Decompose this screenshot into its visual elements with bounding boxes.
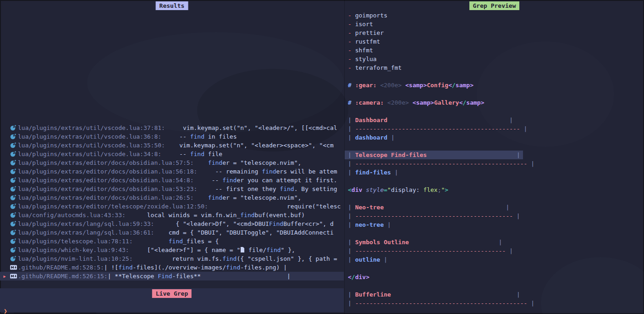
preview-line: | Dashboard | [345, 116, 516, 124]
text-segment: | [348, 213, 355, 219]
text-segment: :gear: [355, 82, 380, 89]
text-segment: lua/plugins/extras/util/vscode.lua:35:50… [18, 142, 165, 149]
lua-filetype-icon [10, 185, 18, 193]
text-segment: # [348, 99, 355, 106]
result-row[interactable]: lua/plugins/extras/editor/telescope/zoxi… [0, 202, 344, 211]
text-segment: - [348, 29, 355, 36]
preview-line [345, 142, 351, 151]
text-segment: -- [161, 133, 190, 140]
text-segment: .github/README.md:528:5: [18, 264, 104, 271]
text-segment: ----------------------------------------… [355, 125, 520, 132]
text-segment [387, 117, 509, 123]
preview-line: | Neo-tree | [345, 203, 512, 212]
markdown-filetype-icon [10, 263, 18, 272]
result-row[interactable]: lua/plugins/extras/editor/docs/obsidian.… [0, 193, 344, 202]
result-row[interactable]: lua/plugins/extras/editor/docs/obsidian.… [0, 167, 344, 176]
result-row[interactable]: lua/plugins/which-key.lua:9:43: ["<leade… [0, 246, 344, 254]
text-segment: Symbols Outline [355, 239, 409, 246]
text-segment: | [520, 125, 528, 132]
text-segment: prettier [355, 29, 384, 36]
text-segment: -files.png) | [240, 264, 287, 271]
text-segment: | [348, 204, 355, 211]
text-segment: samp> [456, 82, 473, 89]
text-segment: lua/plugins/extras/editor/docs/obsidian.… [18, 194, 194, 201]
text-segment: | [506, 247, 513, 254]
text-segment: lua/plugins/which-key.lua:9:43: [18, 247, 129, 253]
preview-line: | --------------------------------------… [345, 247, 516, 255]
text-segment: file/ [245, 247, 266, 253]
preview-line [345, 107, 351, 116]
text-segment: < [348, 274, 352, 280]
result-row-selected[interactable]: ▸.github/README.md:526:15:| **Telescope … [0, 272, 344, 280]
result-row[interactable]: lua/plugins/extras/util/vscode.lua:36:8:… [0, 132, 344, 141]
result-row[interactable]: lua/config/autocmds.lua:43:33: local win… [0, 211, 344, 219]
text-segment: { "<leader>Df", "<cmd>DBUI [154, 220, 269, 227]
text-segment: | [506, 204, 509, 211]
selection-caret-icon: ▸ [3, 272, 10, 280]
text-segment: Buffer<cr>", d [283, 220, 334, 227]
text-segment: = [384, 186, 387, 193]
text-segment: find [262, 168, 276, 175]
preview-line: | Bufferline | [345, 290, 523, 299]
lua-filetype-icon [10, 150, 18, 158]
text-segment: < [348, 186, 352, 193]
text-segment: | [348, 134, 355, 141]
text-segment: - [348, 38, 355, 45]
text-segment: -files** [172, 273, 201, 280]
result-row[interactable]: lua/plugins/extras/util/vscode.lua:37:81… [0, 123, 344, 132]
text-segment: samp> [466, 99, 484, 106]
preview-line: | Symbols Outline | [345, 238, 505, 247]
text-segment: neo-tree [355, 221, 384, 228]
text-segment: | [201, 273, 291, 280]
result-row[interactable]: lua/plugins/nvim-lint.lua:10:25: return … [0, 254, 344, 263]
preview-line: # :gear: <200e> <samp>Config</samp> [345, 81, 476, 90]
result-row[interactable]: lua/plugins/extras/lang/sql.lua:59:33: {… [0, 219, 344, 228]
text-segment: :camera: [355, 99, 387, 106]
text-segment: find [190, 133, 204, 140]
preview-line: - isort [345, 20, 376, 28]
text-segment: lua/config/autocmds.lua:43:33: [18, 212, 126, 219]
result-row[interactable]: lua/plugins/extras/util/vscode.lua:35:50… [0, 141, 344, 150]
result-row[interactable]: .github/README.md:528:5:| ![find-files](… [0, 263, 344, 272]
grep-preview-panel: Grep Preview - goimports- isort- prettie… [344, 0, 644, 314]
text-segment: er = "telescope.nvim", [222, 194, 301, 201]
text-segment: | [380, 256, 387, 263]
text-segment: Find [158, 273, 172, 280]
prompt-line[interactable]: ❯ find 18 / 18 [0, 298, 344, 307]
prompt-title: Live Grep [152, 289, 192, 298]
text-segment: - [348, 12, 355, 19]
preview-line: - shfmt [345, 46, 376, 55]
prompt-chevron-icon: ❯ [4, 307, 7, 314]
text-segment: | [391, 169, 398, 176]
text-segment: lua/plugins/extras/lang/sql.lua:59:33: [18, 220, 154, 227]
text-segment: | [527, 160, 534, 167]
telescope-prompt[interactable]: Live Grep ❯ find 18 / 18 [0, 288, 344, 312]
text-segment: div> [355, 274, 369, 280]
text-segment: vim.keymap.set("n", "<leader><space>", "… [165, 142, 334, 149]
lua-filetype-icon [10, 176, 18, 185]
preview-line: <div style="display: flex;"> [345, 185, 451, 194]
result-row[interactable]: lua/plugins/extras/editor/docs/obsidian.… [0, 185, 344, 193]
result-row[interactable]: lua/plugins/extras/util/vscode.lua:34:8:… [0, 150, 344, 158]
text-segment: | [499, 239, 502, 246]
preview-line [345, 264, 351, 273]
results-list: lua/plugins/extras/util/vscode.lua:37:81… [0, 123, 344, 280]
text-segment: ; [438, 186, 441, 193]
text-segment: find [169, 238, 183, 245]
text-segment: | **Telescope [108, 273, 158, 280]
result-row[interactable]: lua/plugins/telescope.lua:78:11: find_fi… [0, 237, 344, 246]
text-segment: isort [355, 21, 373, 28]
text-segment: | [348, 169, 355, 176]
text-segment: <samp> [413, 99, 434, 106]
text-segment: < [459, 99, 463, 106]
result-row[interactable]: lua/plugins/extras/lang/sql.lua:36:61: c… [0, 228, 344, 237]
result-row[interactable]: lua/plugins/extras/editor/docs/obsidian.… [0, 176, 344, 185]
result-row[interactable]: lua/plugins/extras/editor/docs/obsidian.… [0, 158, 344, 167]
text-segment: Telescope Find-files [355, 151, 427, 158]
text-segment: -- first one they [197, 185, 280, 192]
text-segment: ({ "cspell.json" }, { path = [237, 255, 337, 262]
text-segment: - [348, 56, 355, 62]
text-segment [409, 239, 499, 246]
lua-filetype-icon [10, 228, 18, 237]
text-segment: shfmt [355, 47, 373, 54]
